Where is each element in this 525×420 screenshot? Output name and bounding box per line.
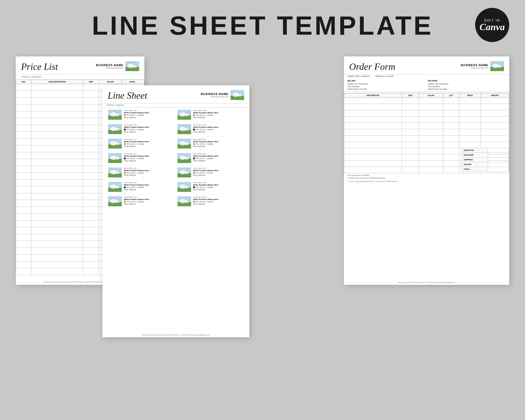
product-info: SKU/CODE A-001 Write Product Name Here 0…	[193, 167, 244, 176]
delivery-address: Address: 456, Street Name	[428, 83, 506, 85]
product-item: SKU/CODE A-001 Write Product Name Here 0…	[176, 165, 245, 180]
product-item: SKU/CODE A-001 Write Product Name Here 0…	[176, 122, 245, 136]
product-details: 00 x 00 cm | Ceramic	[193, 186, 244, 188]
product-sku: SKU/CODE A-001	[193, 153, 244, 155]
product-price: Price: $100,00	[124, 189, 174, 191]
product-info: SKU/CODE A-001 Write Product Name Here 0…	[193, 124, 244, 133]
color-dot	[124, 186, 126, 188]
color-dot	[124, 129, 126, 130]
page-header: LINE SHEET TEMPLATE EDIT IN Canva	[0, 0, 525, 49]
table-row	[344, 123, 509, 129]
product-details: 00 x 00 cm | Ceramic	[124, 201, 174, 203]
product-info: SKU/CODE A-001 Write Product Name Here 0…	[124, 124, 174, 133]
svg-point-27	[185, 128, 189, 131]
product-item: SKU/CODE A-001 Write Product Name Here 0…	[176, 194, 245, 209]
line-sheet-footer: Address: Sreet Name, The City, State, ZI…	[102, 334, 249, 336]
order-form-business: BUSINESS NAME www.your-site.com	[461, 61, 504, 71]
product-item: SKU/CODE A-001 Write Product Name Here 0…	[107, 122, 176, 136]
product-material: Ceramic	[138, 129, 144, 130]
product-sku: SKU/CODE A-001	[124, 182, 174, 183]
product-details: 00 x 00 cm | Ceramic	[124, 114, 174, 116]
delivery-city: City: City Name	[428, 85, 506, 88]
product-thumbnail	[177, 124, 191, 134]
product-info: SKU/CODE A-001 Write Product Name Here 0…	[193, 182, 244, 191]
product-material: Ceramic	[138, 114, 144, 116]
product-name: Write Product Name Here	[124, 155, 174, 157]
product-thumbnail	[177, 167, 191, 177]
product-material: Ceramic	[207, 129, 213, 130]
product-thumbnail	[177, 196, 191, 206]
product-info: SKU/CODE A-001 Write Product Name Here 0…	[124, 182, 174, 191]
product-name: Write Product Name Here	[124, 198, 174, 201]
product-item: SKU/CODE A-001 Write Product Name Here 0…	[107, 108, 176, 122]
price-list-business: BUSINESS NAME www.your-site.com	[96, 61, 139, 71]
product-item: SKU/CODE A-001 Write Product Name Here 0…	[176, 151, 245, 165]
product-sku: SKU/CODE A-001	[193, 167, 244, 169]
col-desc: DESCRIPTION	[344, 93, 402, 98]
order-form-business-name: BUSINESS NAME	[461, 64, 488, 67]
product-size: 00 x 00 cm	[127, 143, 135, 145]
documents-area: Price List BUSINESS NAME www.your-site.c…	[0, 49, 525, 403]
product-size: 00 x 00 cm	[196, 143, 204, 145]
product-price: Price: $100,00	[193, 160, 244, 162]
col-price: PRICE	[459, 93, 481, 98]
product-size: 00 x 00 cm	[196, 158, 204, 159]
color-dot	[193, 129, 195, 130]
svg-point-15	[115, 114, 119, 116]
line-sheet-header: Line Sheet BUSINESS NAME www.your-site.c…	[102, 85, 249, 103]
table-row: SUBTOTAL DISCOUNT SHIPPING	[344, 148, 509, 154]
product-info: SKU/CODE A-001 Write Product Name Here 0…	[124, 139, 174, 147]
product-thumbnail	[108, 182, 122, 192]
billing-delivery-section: BILLING Address: 123, Street Name City: …	[344, 78, 509, 92]
product-name: Write Product Name Here	[193, 169, 244, 172]
price-list-date: UPDATE: 12/28/2022	[16, 75, 144, 79]
color-dot	[124, 201, 126, 203]
product-material: Ceramic	[138, 172, 144, 174]
line-sheet-date: UPDATE: 12/28/2022	[102, 103, 249, 108]
delivery-section: DELIVERY Address: 456, Street Name City:…	[428, 80, 506, 90]
line-sheet-business-name: BUSINESS NAME	[201, 92, 228, 96]
product-size: 00 x 00 cm	[127, 129, 135, 130]
svg-point-19	[185, 114, 189, 116]
table-row	[344, 117, 509, 123]
table-row	[344, 104, 509, 110]
table-row	[344, 98, 509, 104]
product-price: Price: $100,00	[124, 117, 174, 118]
product-material: Ceramic	[207, 143, 213, 145]
product-price: Price: $100,00	[193, 145, 244, 147]
product-details: 00 x 00 cm | Ceramic	[193, 158, 244, 159]
line-sheet-card: Line Sheet BUSINESS NAME www.your-site.c…	[102, 85, 249, 337]
billing-section: BILLING Address: 123, Street Name City: …	[348, 80, 425, 90]
product-details: 00 x 00 cm | Ceramic	[193, 201, 244, 203]
order-form-header: Order Form BUSINESS NAME www.your-site.c…	[344, 56, 509, 75]
product-details: 00 x 00 cm | Ceramic	[124, 186, 174, 188]
arrival-date: 2022 | Arrival Date: 10/15/2022	[348, 174, 506, 177]
product-material: Ceramic	[138, 143, 144, 145]
product-price: Price: $100,00	[193, 131, 244, 133]
color-dot	[193, 172, 195, 174]
product-thumbnail	[177, 153, 191, 163]
order-form-website: www.your-site.com	[461, 67, 488, 69]
price-list-business-name: BUSINESS NAME	[96, 64, 123, 67]
svg-point-7	[497, 65, 502, 68]
svg-point-47	[115, 171, 119, 174]
canva-badge: EDIT IN Canva	[475, 8, 509, 42]
table-row	[344, 129, 509, 135]
price-list-thumbnail	[125, 61, 139, 71]
color-dot	[124, 143, 126, 145]
taxvat-row: TAX/VAT	[462, 162, 509, 167]
product-price: Price: $100,00	[193, 203, 244, 205]
product-info: SKU/CODE A-001 Write Product Name Here 0…	[124, 196, 174, 205]
svg-point-35	[185, 143, 189, 145]
product-size: 00 x 00 cm	[127, 201, 135, 203]
product-thumbnail	[108, 196, 122, 206]
product-item: SKU/CODE A-001 Write Product Name Here 0…	[107, 165, 176, 180]
order-form-thumbnail	[490, 61, 504, 71]
order-terms: r sit amet, consectetur adipiscing elit.…	[348, 180, 506, 183]
svg-point-43	[185, 157, 189, 160]
line-sheet-website: www.your-site.com	[201, 96, 228, 98]
col-color: COLOR	[419, 93, 443, 98]
product-price: Price: $100,00	[124, 203, 174, 205]
order-form-card: Order Form BUSINESS NAME www.your-site.c…	[344, 56, 509, 285]
product-price: Price: $100,00	[124, 145, 174, 147]
